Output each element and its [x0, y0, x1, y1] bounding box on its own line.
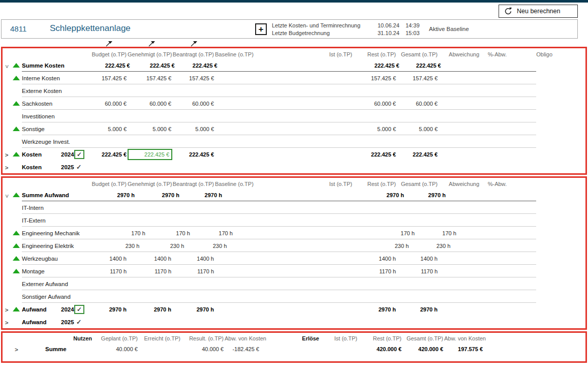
table-row[interactable]: Sonstige5.000 €5.000 €5.000 €5.000 €5.00…: [3, 122, 585, 135]
value-cell: 170 h: [372, 230, 416, 236]
column-header: Ist (o.TP): [320, 335, 358, 341]
column-header: Beantragt (o.TP): [172, 181, 215, 187]
value-cell: 5.000 €: [172, 126, 215, 132]
table-row[interactable]: Werkzeuge Invest.: [3, 135, 585, 148]
column-header: Genehmigt (o.TP): [128, 181, 172, 187]
value-cell: 2970 h: [397, 306, 439, 312]
column-header: Rest (o.TP): [358, 335, 403, 341]
column-header: %-Abw.: [480, 181, 508, 187]
recalculate-button[interactable]: Neu berechnen: [499, 5, 578, 18]
chevron-right-icon[interactable]: >: [5, 307, 9, 314]
table-row[interactable]: Werkzeugbau1400 h1400 h1400 h1400 h1400 …: [3, 252, 585, 265]
value-cell: 1400 h: [397, 256, 439, 262]
value-cell: 60.000 €: [353, 101, 397, 107]
filter-icon[interactable]: [191, 40, 198, 49]
status-up-triangle-icon: [13, 269, 20, 273]
row-label: Investitionen: [22, 113, 61, 119]
row-label: Kosten: [22, 164, 61, 170]
row-label: Externe Kosten: [22, 88, 62, 94]
active-baseline-label: Aktive Baseline: [429, 26, 469, 32]
value-cell: 2970 h: [96, 192, 136, 198]
column-header: Ist (o.TP): [254, 181, 353, 187]
status-up-triangle-icon: [13, 193, 20, 197]
row-year: 2024: [61, 306, 74, 312]
project-header: 4811 Schleppkettenanlage + Letzte Kosten…: [1, 19, 578, 39]
expand-plus-button[interactable]: +: [255, 23, 267, 35]
chevron-right-icon[interactable]: >: [5, 152, 9, 159]
toolbar: Neu berechnen: [0, 3, 588, 19]
chevron-down-icon[interactable]: >: [4, 194, 10, 198]
row-label: Werkzeugbau: [22, 256, 61, 262]
table-row[interactable]: Sachkosten60.000 €60.000 €60.000 €60.000…: [3, 97, 585, 110]
value-cell: 5.000 €: [397, 126, 439, 132]
value-cell: 157.425 €: [353, 75, 397, 81]
table-row[interactable]: >Summe Kosten222.425 €222.425 €222.425 €…: [3, 59, 585, 72]
value-cell: 230 h: [366, 243, 410, 249]
column-header-row: Budget (o.TP)Genehmigt (o.TP)Beantragt (…: [3, 48, 585, 59]
value-cell: 157.425 €: [397, 75, 439, 81]
table-row[interactable]: IT-Intern: [3, 201, 585, 214]
table-row[interactable]: >Kosten2025✓: [3, 161, 585, 173]
year-checkbox[interactable]: ✓: [74, 305, 84, 314]
table-row[interactable]: >Summe40.000 €40.000 €-182.425 €420.000 …: [3, 343, 585, 355]
table-row[interactable]: Sonstiger Aufwand: [3, 290, 585, 303]
chevron-down-icon[interactable]: >: [4, 65, 10, 68]
column-header-row: NutzenGeplant (o.TP)Erreicht (o.TP)Resul…: [3, 333, 585, 343]
table-row[interactable]: >Aufwand2024✓2970 h2970 h2970 h2970 h297…: [3, 303, 585, 316]
row-year: 2024: [61, 151, 74, 158]
chevron-right-icon[interactable]: >: [15, 347, 18, 353]
value-cell: 2970 h: [353, 306, 397, 312]
table-row[interactable]: Engineering Elektrik230 h230 h230 h230 h…: [3, 239, 585, 252]
table-row[interactable]: Externer Aufwand: [3, 277, 585, 290]
row-year: 2025: [61, 164, 74, 170]
value-cell: 1170 h: [172, 268, 215, 274]
column-header: Gesamt (o.TP): [403, 335, 444, 341]
value-cell: 222.425 €: [357, 63, 400, 69]
table-row[interactable]: Engineering Mechanik170 h170 h170 h170 h…: [3, 227, 585, 239]
year-checkmark-icon[interactable]: ✓: [74, 163, 81, 171]
table-row[interactable]: IT-Extern: [3, 214, 585, 227]
row-label: Werkzeuge Invest.: [22, 139, 70, 145]
table-row[interactable]: >Aufwand2025✓: [3, 316, 585, 328]
value-cell: 2970 h: [172, 306, 215, 312]
value-cell: 222.425 €: [87, 151, 128, 158]
highlighted-editable-cell[interactable]: 222.425 €: [128, 149, 172, 160]
column-header: Baseline (o.TP): [215, 181, 254, 187]
value-cell: 157.425 €: [172, 75, 215, 81]
value-cell: 1400 h: [128, 256, 172, 262]
value-cell: 1170 h: [397, 268, 439, 274]
row-label: Summe Aufwand: [22, 192, 69, 198]
value-cell: 1170 h: [353, 268, 397, 274]
year-checkbox[interactable]: ✓: [74, 150, 84, 159]
value-cell: 230 h: [185, 243, 228, 249]
chevron-right-icon[interactable]: >: [5, 320, 9, 326]
table-row[interactable]: >Summe Aufwand2970 h2970 h2970 h2970 h29…: [3, 189, 585, 201]
filter-icon[interactable]: [148, 40, 156, 49]
year-checkmark-icon[interactable]: ✓: [74, 318, 81, 326]
value-cell: 1400 h: [87, 256, 128, 262]
value-cell: 1400 h: [353, 256, 397, 262]
table-row[interactable]: Montage1170 h1170 h1170 h1170 h1170 h: [3, 265, 585, 277]
table-row[interactable]: Interne Kosten157.425 €157.425 €157.425 …: [3, 72, 585, 84]
value-cell: 2970 h: [180, 192, 223, 198]
last-cost-calc-date: 10.06.24: [378, 22, 399, 29]
filter-icon[interactable]: [106, 40, 113, 49]
value-cell: 60.000 €: [172, 101, 215, 107]
value-cell: 157.425 €: [87, 75, 128, 81]
row-label: Summe: [45, 346, 71, 352]
chevron-right-icon[interactable]: >: [5, 165, 9, 171]
calc-dates: 10.06.24 31.10.24: [378, 22, 399, 37]
value-cell: 230 h: [410, 243, 451, 249]
value-cell: 230 h: [140, 243, 185, 249]
table-row[interactable]: Externe Kosten: [3, 84, 585, 97]
value-cell: 222.425 €: [172, 151, 215, 158]
column-header: Genehmigt (o.TP): [128, 51, 172, 57]
row-label: Aufwand: [22, 319, 61, 325]
value-cell: 170 h: [146, 230, 191, 236]
table-row[interactable]: >Kosten2024✓222.425 €222.425 €222.425 €2…: [3, 148, 585, 161]
table-row[interactable]: Investitionen: [3, 110, 585, 122]
project-title: Schleppkettenanlage: [50, 23, 131, 34]
row-label: Summe Kosten: [22, 63, 65, 69]
value-cell: 420.000 €: [403, 346, 444, 352]
value-cell: 420.000 €: [358, 346, 403, 352]
